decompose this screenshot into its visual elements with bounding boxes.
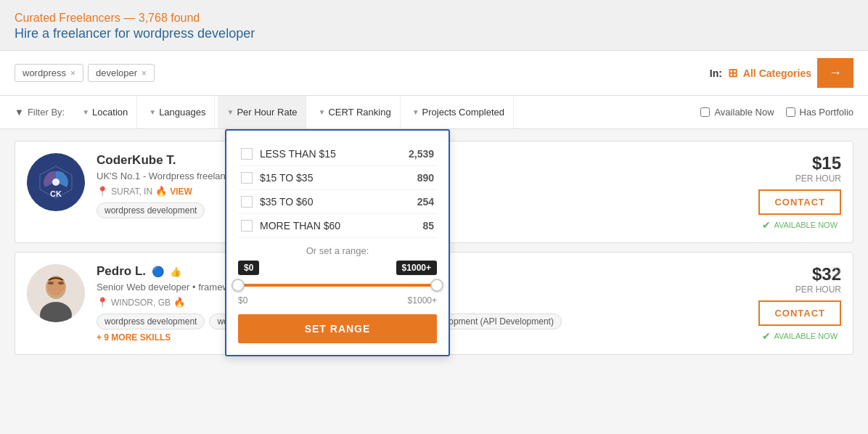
search-tag-wordpress[interactable]: wordpress ×	[15, 64, 83, 82]
avatar-coderkube: CK	[27, 153, 85, 211]
chevron-down-icon: ▼	[412, 108, 419, 116]
search-bar: wordpress × developer × In: ⊞ All Catego…	[0, 51, 868, 96]
filter-checkboxes: Available Now Has Portfolio	[700, 107, 853, 118]
chevron-down-icon: ▼	[82, 108, 89, 116]
available-now-checkbox[interactable]	[700, 107, 710, 117]
rate-period: PER HOUR	[758, 173, 841, 184]
rate-price: $32	[758, 264, 841, 284]
avatar-pedro	[27, 264, 85, 322]
search-tags: wordpress × developer ×	[15, 64, 704, 82]
filter-projects-completed[interactable]: ▼ Projects Completed	[404, 96, 514, 128]
filter-per-hour-rate[interactable]: ▼ Per Hour Rate	[218, 96, 306, 128]
tag-label: wordpress	[22, 67, 66, 78]
set-range-button[interactable]: SET RANGE	[238, 314, 437, 343]
range-min-value: $0	[238, 295, 247, 306]
filter-location[interactable]: ▼ Location	[73, 96, 137, 128]
location-icon: 📍	[97, 186, 108, 197]
freelancer-rate: $15 PER HOUR CONTACT ✔ AVAILABLE NOW	[758, 153, 841, 231]
grid-icon: ⊞	[728, 66, 737, 80]
results-count: Curated Freelancers — 3,768 found	[15, 12, 853, 25]
verified-icon: 🔵	[152, 266, 164, 277]
filter-icon: ▼	[15, 107, 24, 118]
remove-tag-developer[interactable]: ×	[142, 68, 147, 78]
range-max-value: $1000+	[408, 295, 437, 306]
range-values: $0 $1000+	[238, 295, 437, 306]
range-fill	[238, 284, 437, 287]
chevron-down-icon: ▼	[226, 108, 234, 116]
svg-point-8	[58, 282, 64, 284]
rate-period: PER HOUR	[758, 284, 841, 295]
per-hour-rate-dropdown: LESS THAN $15 2,539 $15 TO $35 890 $35 T…	[225, 129, 450, 356]
remove-tag-wordpress[interactable]: ×	[70, 68, 75, 78]
search-go-button[interactable]: →	[817, 58, 853, 88]
header-section: Curated Freelancers — 3,768 found Hire a…	[0, 0, 868, 51]
check-icon: ✔	[762, 219, 771, 231]
dropdown-option-2[interactable]: $15 TO $35 890	[238, 166, 437, 190]
range-min-label: $0	[238, 261, 259, 275]
search-tag-developer[interactable]: developer ×	[88, 64, 155, 82]
fire-icon: 🔥	[155, 186, 167, 197]
freelancer-rate: $32 PER HOUR CONTACT ✔ AVAILABLE NOW	[758, 264, 841, 342]
or-range-label: Or set a range:	[238, 238, 437, 261]
search-in-label: In: ⊞ All Categories	[710, 66, 811, 80]
available-badge: ✔ AVAILABLE NOW	[758, 330, 841, 342]
filter-bar: ▼ Filter By: ▼ Location ▼ Languages ▼ Pe…	[0, 96, 868, 129]
svg-point-1	[52, 179, 60, 186]
option-checkbox-4[interactable]	[241, 220, 253, 232]
range-slider[interactable]	[238, 278, 437, 292]
heart-icon[interactable]: ♡	[830, 153, 841, 169]
fire-icon: 🔥	[173, 297, 185, 308]
tag-label: developer	[96, 67, 137, 78]
range-max-label: $1000+	[396, 261, 437, 275]
categories-button[interactable]: All Categories	[743, 67, 811, 79]
range-thumb-left[interactable]	[232, 279, 245, 292]
available-badge: ✔ AVAILABLE NOW	[758, 219, 841, 231]
skill-tag: wordpress development	[97, 202, 205, 218]
dropdown-option-4[interactable]: MORE THAN $60 85	[238, 214, 437, 238]
thumbs-icon: 👍	[170, 266, 181, 277]
option-checkbox-2[interactable]	[241, 172, 253, 184]
has-portfolio-filter[interactable]: Has Portfolio	[786, 107, 853, 118]
rate-price: $15	[758, 153, 841, 173]
has-portfolio-checkbox[interactable]	[786, 107, 795, 117]
chevron-down-icon: ▼	[318, 108, 325, 116]
filter-by-label: ▼ Filter By:	[15, 107, 65, 118]
range-thumb-right[interactable]	[430, 279, 443, 292]
filter-languages[interactable]: ▼ Languages	[140, 96, 215, 128]
heart-icon[interactable]: ♡	[830, 264, 841, 280]
page-title: Hire a freelancer for wordpress develope…	[15, 26, 853, 41]
view-link[interactable]: VIEW	[170, 187, 192, 197]
chevron-down-icon: ▼	[149, 108, 156, 116]
range-labels: $0 $1000+	[238, 261, 437, 275]
available-now-filter[interactable]: Available Now	[700, 107, 774, 118]
svg-text:CK: CK	[50, 189, 62, 198]
range-track	[238, 284, 437, 287]
skill-tag: wordpress development	[97, 314, 205, 329]
option-checkbox-3[interactable]	[241, 196, 253, 208]
option-checkbox-1[interactable]	[241, 148, 253, 160]
filter-cert-ranking[interactable]: ▼ CERT Ranking	[309, 96, 400, 128]
check-icon: ✔	[762, 330, 771, 342]
location-icon: 📍	[97, 297, 108, 308]
svg-point-7	[48, 282, 54, 284]
contact-button[interactable]: CONTACT	[758, 300, 841, 326]
dropdown-option-3[interactable]: $35 TO $60 254	[238, 190, 437, 214]
contact-button[interactable]: CONTACT	[758, 189, 841, 215]
dropdown-option-1[interactable]: LESS THAN $15 2,539	[238, 142, 437, 166]
